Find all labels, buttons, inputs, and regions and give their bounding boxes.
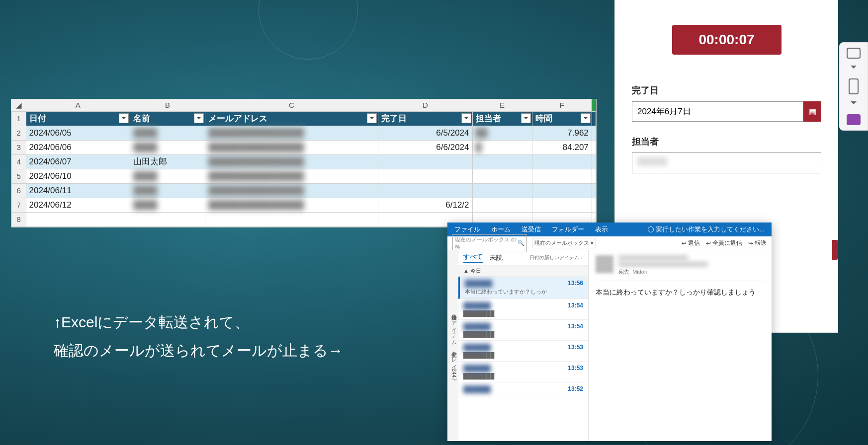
table-header-assignee[interactable]: 担当者 <box>472 111 532 126</box>
cell-time[interactable]: 84.207 <box>532 140 592 154</box>
cell[interactable] <box>205 212 378 226</box>
outlook-folder-tab[interactable]: 送信済みアイテム 受信トレイ 2447 <box>447 250 458 441</box>
cell-assignee[interactable] <box>472 169 532 183</box>
cell-email[interactable]: ████████████████ <box>205 198 378 212</box>
filter-dropdown-icon[interactable] <box>194 113 204 123</box>
cell-time[interactable] <box>532 169 592 183</box>
cell-name[interactable]: ████ <box>130 198 205 212</box>
col-header-e[interactable]: E <box>472 99 532 111</box>
row-header[interactable]: 4 <box>12 154 26 169</box>
ribbon-tab-sendrecv[interactable]: 送受信 <box>521 225 541 234</box>
cell[interactable] <box>592 140 596 154</box>
select-all-cell[interactable]: ◢ <box>12 99 26 111</box>
table-header-done[interactable]: 完了日 <box>378 111 472 126</box>
cell-name[interactable]: 山田太郎 <box>130 154 205 169</box>
row-header[interactable]: 7 <box>12 198 26 212</box>
cell-date[interactable]: 2024/06/10 <box>26 169 130 183</box>
cell-done[interactable] <box>378 154 472 169</box>
cell-done[interactable]: 6/6/2024 <box>378 140 472 154</box>
row-header-1[interactable]: 1 <box>12 111 26 126</box>
cell[interactable] <box>592 183 596 198</box>
cell-name[interactable]: ████ <box>130 126 205 140</box>
mail-sort-dropdown[interactable]: 日付の新しいアイテム ↓ <box>529 254 583 261</box>
search-scope-dropdown[interactable]: 現在のメールボックス ▾ <box>532 238 596 248</box>
cell[interactable] <box>130 212 205 226</box>
cell-time[interactable] <box>532 198 592 212</box>
col-header-g[interactable] <box>592 99 596 111</box>
row-header[interactable]: 6 <box>12 183 26 198</box>
row-header[interactable]: 2 <box>12 126 26 140</box>
cell[interactable] <box>592 126 596 140</box>
filter-dropdown-icon[interactable] <box>367 113 377 123</box>
ribbon-tab-file[interactable]: ファイル <box>454 225 480 234</box>
mail-item[interactable]: ██████ 本当に終わっていますか？しっか 13:56 <box>458 277 588 299</box>
cell-time[interactable] <box>532 183 592 198</box>
cell-done[interactable] <box>378 169 472 183</box>
cell-email[interactable]: ████████████████ <box>205 140 378 154</box>
reply-all-button[interactable]: ↩全員に返信 <box>706 239 742 247</box>
desktop-icon[interactable] <box>847 48 861 59</box>
col-header-f[interactable]: F <box>532 99 592 111</box>
cell-done[interactable]: 6/5/2024 <box>378 126 472 140</box>
ribbon-tab-home[interactable]: ホーム <box>491 225 511 234</box>
form-preview-icon[interactable] <box>847 114 861 125</box>
col-header-a[interactable]: A <box>26 99 130 111</box>
filter-dropdown-icon[interactable] <box>581 113 591 123</box>
assignee-input[interactable] <box>632 152 821 173</box>
cell-name[interactable]: ████ <box>130 169 205 183</box>
row-header[interactable]: 3 <box>12 140 26 154</box>
mail-item[interactable]: ██████ 13:52 <box>458 382 588 396</box>
reply-button[interactable]: ↩返信 <box>682 239 700 247</box>
cell-email[interactable]: ████████████████ <box>205 154 378 169</box>
mail-filter-unread[interactable]: 未読 <box>490 253 503 262</box>
cell-done[interactable]: 6/12/2 <box>378 198 472 212</box>
cell-name[interactable]: ████ <box>130 140 205 154</box>
mail-filter-all[interactable]: すべて <box>463 252 483 263</box>
cell[interactable] <box>26 212 130 226</box>
filter-dropdown-icon[interactable] <box>461 113 471 123</box>
cell-done[interactable] <box>378 183 472 198</box>
col-header-c[interactable]: C <box>205 99 378 111</box>
ribbon-tab-view[interactable]: 表示 <box>595 225 608 234</box>
cell-assignee[interactable]: ██ <box>472 126 532 140</box>
mail-item[interactable]: ██████████████ 13:53 <box>458 362 588 382</box>
tell-me-input[interactable]: 実行したい作業を入力してください... <box>648 225 765 234</box>
mobile-icon[interactable] <box>849 78 859 94</box>
filter-dropdown-icon[interactable] <box>521 113 531 123</box>
table-header-time[interactable]: 時間 <box>532 111 592 126</box>
mail-group-today[interactable]: ▲ 今日 <box>458 266 588 277</box>
cell-date[interactable]: 2024/06/05 <box>26 126 130 140</box>
cell-date[interactable]: 2024/06/06 <box>26 140 130 154</box>
mail-item[interactable]: ██████████████ 13:53 <box>458 341 588 362</box>
cell-assignee[interactable] <box>472 198 532 212</box>
mail-item[interactable]: ██████████████ 13:54 <box>458 299 588 320</box>
col-header-b[interactable]: B <box>130 99 205 111</box>
filter-dropdown-icon[interactable] <box>119 113 129 123</box>
cell-time[interactable]: 7.962 <box>532 126 592 140</box>
row-header[interactable]: 8 <box>12 212 26 226</box>
cell[interactable] <box>592 154 596 169</box>
cell-assignee[interactable] <box>472 154 532 169</box>
cell-time[interactable] <box>532 154 592 169</box>
done-date-input[interactable]: 2024年6月7日 <box>632 101 803 122</box>
cell-assignee[interactable] <box>472 183 532 198</box>
cell-assignee[interactable]: █ <box>472 140 532 154</box>
table-header-email[interactable]: メールアドレス <box>205 111 378 126</box>
table-header-date[interactable]: 日付 <box>26 111 130 126</box>
cell-date[interactable]: 2024/06/12 <box>26 198 130 212</box>
cell-email[interactable]: ████████████████ <box>205 183 378 198</box>
mail-item[interactable]: ██████████████ 13:54 <box>458 320 588 341</box>
col-header-d[interactable]: D <box>378 99 472 111</box>
ribbon-tab-folder[interactable]: フォルダー <box>552 225 584 234</box>
cell-date[interactable]: 2024/06/07 <box>26 154 130 169</box>
row-header[interactable]: 5 <box>12 169 26 183</box>
cell-name[interactable]: ████ <box>130 183 205 198</box>
cell[interactable] <box>592 198 596 212</box>
table-header-name[interactable]: 名前 <box>130 111 205 126</box>
cell-date[interactable]: 2024/06/11 <box>26 183 130 198</box>
date-picker-button[interactable]: ▦ <box>803 101 821 122</box>
forward-button[interactable]: ↪転送 <box>748 239 767 247</box>
table-header-extra[interactable] <box>592 111 596 126</box>
cell-email[interactable]: ████████████████ <box>205 169 378 183</box>
cell[interactable] <box>592 169 596 183</box>
